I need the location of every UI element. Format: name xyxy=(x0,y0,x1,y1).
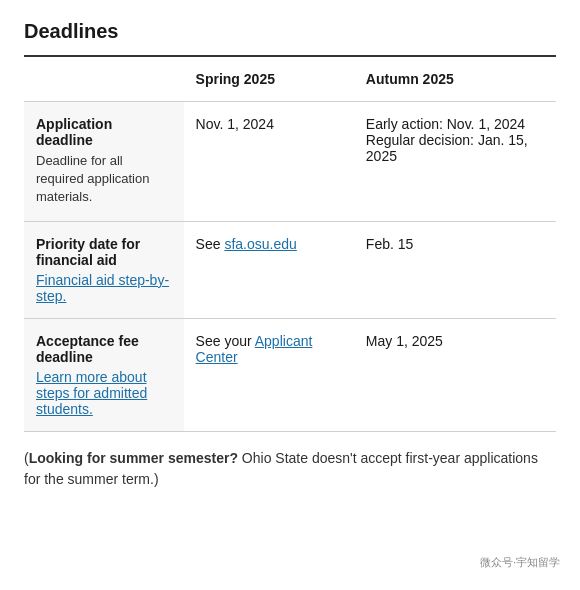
row3-spring-prefix: See your xyxy=(196,333,255,349)
sfa-link[interactable]: sfa.osu.edu xyxy=(224,236,296,252)
row1-autumn: Early action: Nov. 1, 2024 Regular decis… xyxy=(354,102,556,222)
row2-spring: See sfa.osu.edu xyxy=(184,221,354,318)
row3-label-cell: Acceptance fee deadline Learn more about… xyxy=(24,318,184,431)
row3-spring: See your Applicant Center xyxy=(184,318,354,431)
deadlines-table: Spring 2025 Autumn 2025 Application dead… xyxy=(24,55,556,432)
table-header-row: Spring 2025 Autumn 2025 xyxy=(24,56,556,102)
row3-label: Acceptance fee deadline xyxy=(36,333,172,365)
row1-sublabel: Deadline for all required application ma… xyxy=(36,153,149,204)
col-header-empty xyxy=(24,56,184,102)
row1-autumn-line2: Regular decision: Jan. 15, 2025 xyxy=(366,132,528,164)
row1-autumn-line1: Early action: Nov. 1, 2024 xyxy=(366,116,525,132)
row1-label-cell: Application deadline Deadline for all re… xyxy=(24,102,184,222)
admitted-students-link[interactable]: Learn more about steps for admitted stud… xyxy=(36,369,147,417)
row2-spring-prefix: See xyxy=(196,236,225,252)
table-row: Priority date for financial aid Financia… xyxy=(24,221,556,318)
col-header-autumn: Autumn 2025 xyxy=(354,56,556,102)
page-title: Deadlines xyxy=(24,20,556,43)
row2-label-cell: Priority date for financial aid Financia… xyxy=(24,221,184,318)
footer-bold: Looking for summer semester? xyxy=(29,450,238,466)
row1-spring: Nov. 1, 2024 xyxy=(184,102,354,222)
row2-label: Priority date for financial aid xyxy=(36,236,172,268)
table-row: Application deadline Deadline for all re… xyxy=(24,102,556,222)
watermark: 微众号·宇知留学 xyxy=(480,555,560,570)
row3-autumn: May 1, 2025 xyxy=(354,318,556,431)
row1-label: Application deadline xyxy=(36,116,172,148)
col-header-spring: Spring 2025 xyxy=(184,56,354,102)
footer-note: (Looking for summer semester? Ohio State… xyxy=(24,448,556,490)
row2-autumn: Feb. 15 xyxy=(354,221,556,318)
financial-aid-link[interactable]: Financial aid step-by-step. xyxy=(36,272,169,304)
table-row: Acceptance fee deadline Learn more about… xyxy=(24,318,556,431)
